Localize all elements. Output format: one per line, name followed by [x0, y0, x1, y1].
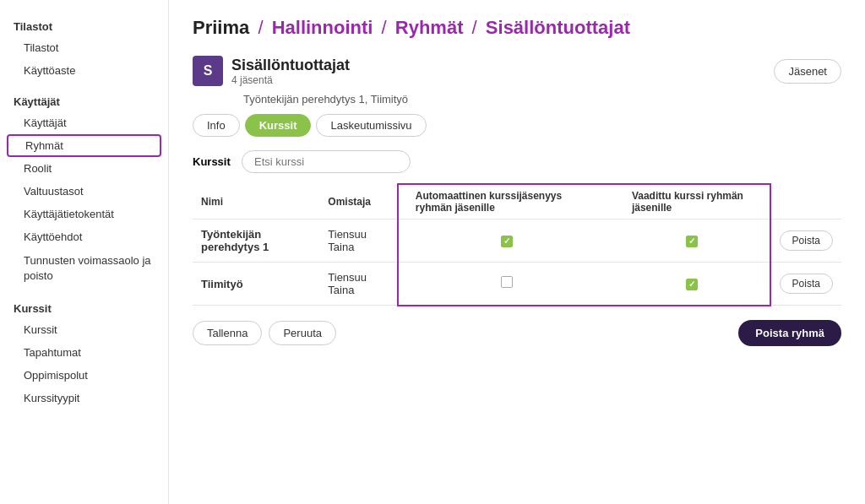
tab-laskeutumissivu[interactable]: Laskeutumissivu: [316, 114, 426, 137]
search-label: Kurssit: [193, 155, 235, 168]
course-subtitle: Työntekijän perehdytys 1, Tiimityö: [243, 93, 841, 106]
sidebar-item-valtuustasot[interactable]: Valtuustasot: [0, 180, 168, 203]
app-name: Priima: [193, 17, 249, 38]
row1-auto-checkbox[interactable]: [501, 236, 513, 247]
breadcrumb-sisallontuottajat: Sisällöntuottajat: [486, 17, 630, 38]
sidebar-item-tunnusten-voimassaolo[interactable]: Tunnusten voimassaolo ja poisto: [0, 248, 168, 289]
sidebar-item-ryhmat[interactable]: Ryhmät: [7, 134, 161, 157]
col-header-auto: Automaattinen kurssijäsenyys ryhmän jäse…: [398, 184, 615, 219]
save-button[interactable]: Tallenna: [193, 321, 262, 345]
row1-action: Poista: [770, 219, 841, 263]
search-input[interactable]: [242, 150, 411, 173]
row2-required-cell: [615, 263, 770, 306]
sidebar: Tilastot Tilastot Käyttöaste Käyttäjät K…: [0, 0, 169, 504]
row1-remove-button[interactable]: Poista: [780, 230, 833, 251]
group-members-count: 4 jäsentä: [231, 74, 350, 86]
sidebar-item-kurssit[interactable]: Kurssit: [0, 318, 168, 341]
sidebar-item-tapahtumat[interactable]: Tapahtumat: [0, 341, 168, 364]
group-header: S Sisällöntuottajat 4 jäsentä Jäsenet: [193, 56, 841, 86]
breadcrumb-sep1: /: [258, 17, 263, 38]
group-name-block: Sisällöntuottajat 4 jäsentä: [231, 57, 350, 86]
tab-kurssit[interactable]: Kurssit: [245, 114, 312, 137]
sidebar-item-kurssityypit[interactable]: Kurssityypit: [0, 387, 168, 409]
row2-auto-checkbox[interactable]: [501, 276, 513, 288]
col-header-name: Nimi: [193, 184, 319, 219]
col-header-owner: Omistaja: [319, 184, 397, 219]
breadcrumb-ryhmat[interactable]: Ryhmät: [395, 17, 464, 38]
tab-info[interactable]: Info: [193, 114, 240, 137]
breadcrumb-hallinnointi[interactable]: Hallinnointi: [272, 17, 373, 38]
col-header-required: Vaadittu kurssi ryhmän jäsenille: [615, 184, 770, 219]
group-info: S Sisällöntuottajat 4 jäsentä: [193, 56, 350, 86]
sidebar-section-tilastot: Tilastot Tilastot Käyttöaste: [0, 14, 168, 82]
row1-name: Työntekijän perehdytys 1: [193, 219, 319, 263]
row2-auto-cell: [398, 263, 615, 306]
breadcrumb: Priima / Hallinnointi / Ryhmät / Sisällö…: [193, 17, 841, 39]
row2-name: Tiimityö: [193, 263, 319, 306]
breadcrumb-sep3: /: [472, 17, 477, 38]
breadcrumb-sep2: /: [382, 17, 387, 38]
sidebar-item-tilastot[interactable]: Tilastot: [0, 36, 168, 59]
col-header-action: [770, 184, 841, 219]
row2-action: Poista: [770, 263, 841, 306]
sidebar-item-roolit[interactable]: Roolit: [0, 157, 168, 180]
sidebar-section-kurssit: Kurssit Kurssit Tapahtumat Oppimispolut …: [0, 295, 168, 409]
sidebar-section-title-kurssit: Kurssit: [0, 295, 168, 318]
row2-remove-button[interactable]: Poista: [780, 274, 833, 294]
row2-owner: Tiensuu Taina: [319, 263, 397, 306]
bottom-left-actions: Tallenna Peruuta: [193, 321, 336, 345]
tab-bar: Info Kurssit Laskeutumissivu: [193, 114, 841, 137]
sidebar-item-oppimispolut[interactable]: Oppimispolut: [0, 364, 168, 387]
sidebar-item-kayttajat[interactable]: Käyttäjät: [0, 111, 168, 134]
sidebar-section-title-kayttajat: Käyttäjät: [0, 89, 168, 111]
table-row: Tiimityö Tiensuu Taina Poista: [193, 263, 841, 306]
sidebar-section-title-tilastot: Tilastot: [0, 14, 168, 36]
jasenet-button[interactable]: Jäsenet: [774, 59, 841, 84]
sidebar-item-kayttajatietokentat[interactable]: Käyttäjätietokentät: [0, 203, 168, 225]
sidebar-section-kayttajat: Käyttäjät Käyttäjät Ryhmät Roolit Valtuu…: [0, 89, 168, 289]
row1-auto-cell: [398, 219, 615, 263]
row1-required-cell: [615, 219, 770, 263]
delete-group-button[interactable]: Poista ryhmä: [738, 320, 841, 346]
row2-required-checkbox[interactable]: [686, 279, 698, 290]
sidebar-item-kayttoaste[interactable]: Käyttöaste: [0, 59, 168, 82]
group-avatar: S: [193, 56, 223, 86]
courses-table: Nimi Omistaja Automaattinen kurssijäseny…: [193, 183, 841, 306]
group-name: Sisällöntuottajat: [231, 57, 350, 74]
row1-owner: Tiensuu Taina: [319, 219, 397, 263]
sidebar-item-kayttoehdot[interactable]: Käyttöehdot: [0, 225, 168, 248]
main-content: Priima / Hallinnointi / Ryhmät / Sisällö…: [169, 0, 865, 504]
search-row: Kurssit: [193, 150, 841, 173]
bottom-bar: Tallenna Peruuta Poista ryhmä: [193, 320, 841, 346]
row1-required-checkbox[interactable]: [686, 236, 698, 247]
table-row: Työntekijän perehdytys 1 Tiensuu Taina P…: [193, 219, 841, 263]
cancel-button[interactable]: Peruuta: [269, 321, 336, 345]
